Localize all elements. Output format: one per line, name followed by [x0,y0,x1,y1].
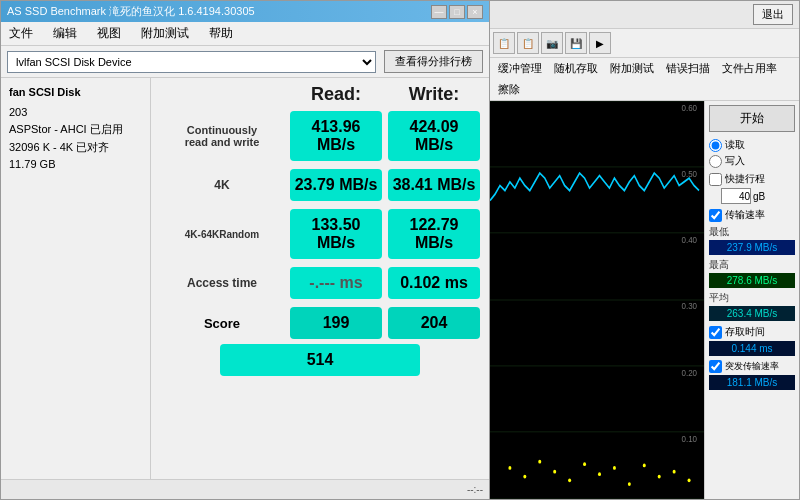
menu-help[interactable]: 帮助 [205,24,237,43]
gb-unit-label: gB [753,191,765,202]
bench-row-4k64k: 4K-64KRandom 133.50 MB/s 122.79 MB/s [157,209,483,259]
bench-row-access: Access time -.--- ms 0.102 ms [157,264,483,302]
svg-point-14 [523,475,526,479]
svg-text:0.60: 0.60 [682,102,697,113]
svg-text:0.40: 0.40 [682,234,697,245]
burst-value: 181.1 MB/s [709,375,795,390]
right-toolbar: 📋 📋 📷 💾 ▶ [490,29,799,58]
svg-point-24 [673,470,676,474]
start-button[interactable]: 开始 [709,105,795,132]
gb-input-row: gB [721,188,795,204]
svg-point-17 [568,478,571,482]
bench-read-access: -.--- ms [290,267,382,299]
bench-label-4k64k: 4K-64KRandom [157,229,287,240]
burst-label: 突发传输速率 [725,360,779,373]
main-content: fan SCSI Disk 203 ASPStor - AHCI 已启用 320… [1,78,489,479]
svg-text:0.10: 0.10 [682,433,697,444]
speed-label: 传输速率 [725,208,765,222]
bench-read-header: Read: [287,84,385,105]
toolbar-play-icon[interactable]: ▶ [589,32,611,54]
right-title-bar: 退出 [490,1,799,29]
radio-write-item: 写入 [709,154,795,168]
svg-point-18 [583,462,586,466]
minimize-button[interactable]: — [431,5,447,19]
tab-erase[interactable]: 擦除 [494,81,524,98]
disk-info-panel: fan SCSI Disk 203 ASPStor - AHCI 已启用 320… [1,78,151,479]
exit-button[interactable]: 退出 [753,4,793,25]
fast-mode-checkbox[interactable] [709,173,722,186]
menu-file[interactable]: 文件 [5,24,37,43]
right-panel: 退出 📋 📋 📷 💾 ▶ 缓冲管理 随机存取 附加测试 错误扫描 文件占用率 擦… [490,0,800,500]
disk-info-line-1: ASPStor - AHCI 已启用 [9,121,142,139]
bench-write-seq: 424.09 MB/s [388,111,480,161]
bench-row-4k: 4K 23.79 MB/s 38.41 MB/s [157,166,483,204]
maximize-button[interactable]: □ [449,5,465,19]
score-button[interactable]: 查看得分排行榜 [384,50,483,73]
toolbar-copy-icon[interactable]: 📋 [493,32,515,54]
svg-point-21 [628,482,631,486]
max-value: 278.6 MB/s [709,273,795,288]
bench-label-4k: 4K [157,178,287,192]
speed-check-item: 传输速率 [709,208,795,222]
burst-check-item: 突发传输速率 [709,360,795,373]
access-time-value: 0.144 ms [709,341,795,356]
tab-buffer[interactable]: 缓冲管理 [494,60,546,77]
svg-point-25 [688,478,691,482]
bench-read-seq: 413.96 MB/s [290,111,382,161]
tab-extra[interactable]: 附加测试 [606,60,658,77]
score-row: Score 199 204 [157,307,483,339]
right-main-content: 0.60 0.50 0.40 0.30 0.20 0.10 [490,101,799,499]
tab-random[interactable]: 随机存取 [550,60,602,77]
benchmark-window: AS SSD Benchmark 滝死的鱼汉化 1.6.4194.30305 —… [0,0,490,500]
total-score-row: 514 [157,344,483,376]
radio-read-item: 读取 [709,138,795,152]
tab-scan[interactable]: 错误扫描 [662,60,714,77]
svg-text:0.20: 0.20 [682,367,697,378]
avg-value: 263.4 MB/s [709,306,795,321]
bench-header: Read: Write: [157,84,483,105]
bench-label-seq: Continuouslyread and write [157,124,287,148]
access-time-checkbox[interactable] [709,326,722,339]
total-score: 514 [220,344,420,376]
score-label: Score [157,316,287,331]
right-tabs: 缓冲管理 随机存取 附加测试 错误扫描 文件占用率 擦除 [490,58,799,101]
bench-write-header: Write: [385,84,483,105]
access-time-check-item: 存取时间 [709,325,795,339]
speed-checkbox[interactable] [709,209,722,222]
menu-extra-test[interactable]: 附加测试 [137,24,193,43]
bench-write-4k: 38.41 MB/s [388,169,480,201]
bench-label-access: Access time [157,276,287,290]
radio-group: 读取 写入 [709,138,795,168]
toolbar-paste-icon[interactable]: 📋 [517,32,539,54]
gb-input[interactable] [721,188,751,204]
close-button[interactable]: × [467,5,483,19]
main-toolbar: lvlfan SCSI Disk Device 查看得分排行榜 [1,46,489,78]
score-write: 204 [388,307,480,339]
access-time-label: 存取时间 [725,325,765,339]
title-bar: AS SSD Benchmark 滝死的鱼汉化 1.6.4194.30305 —… [1,1,489,22]
toolbar-save-icon[interactable]: 💾 [565,32,587,54]
window-controls: — □ × [431,5,483,19]
max-label: 最高 [709,258,795,272]
svg-point-16 [553,470,556,474]
radio-write-label: 写入 [725,154,745,168]
fast-mode-item: 快捷行程 [709,172,795,186]
svg-text:0.30: 0.30 [682,300,697,311]
disk-info-line-2: 32096 K - 4K 已对齐 [9,139,142,157]
disk-info-line-3: 11.79 GB [9,156,142,174]
burst-checkbox[interactable] [709,360,722,373]
menu-bar: 文件 编辑 视图 附加测试 帮助 [1,22,489,46]
fast-mode-label: 快捷行程 [725,172,765,186]
status-text: --:-- [467,484,483,495]
radio-write[interactable] [709,155,722,168]
menu-edit[interactable]: 编辑 [49,24,81,43]
bench-read-4k64k: 133.50 MB/s [290,209,382,259]
menu-view[interactable]: 视图 [93,24,125,43]
svg-point-20 [613,466,616,470]
svg-point-15 [538,460,541,464]
tab-file[interactable]: 文件占用率 [718,60,781,77]
toolbar-camera-icon[interactable]: 📷 [541,32,563,54]
radio-read[interactable] [709,139,722,152]
bench-write-4k64k: 122.79 MB/s [388,209,480,259]
drive-select[interactable]: lvlfan SCSI Disk Device [7,51,376,73]
